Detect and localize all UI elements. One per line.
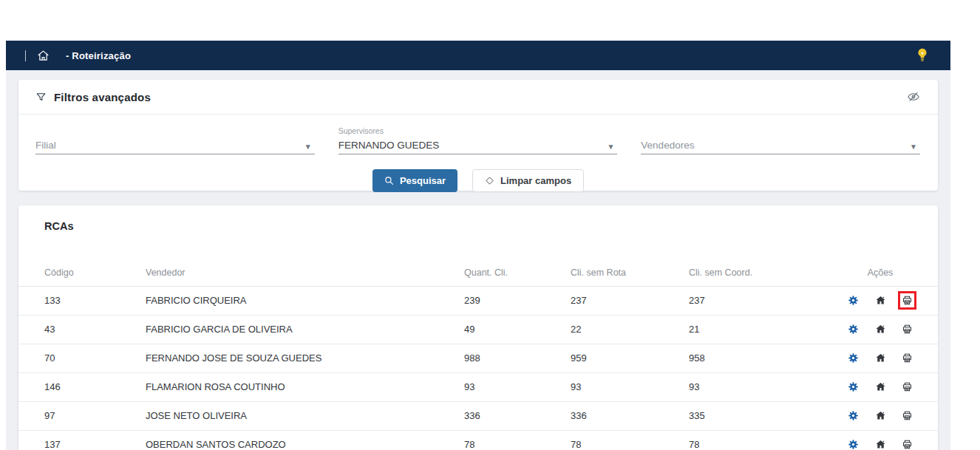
table-row: 137 OBERDAN SANTOS CARDOZO 78 78 78 bbox=[18, 430, 938, 450]
advanced-filters-panel: Filtros avançados Filial ▼ Supervisores … bbox=[18, 80, 938, 191]
cell-codigo: 133 bbox=[18, 286, 146, 315]
printer-button[interactable] bbox=[898, 320, 916, 338]
cell-codigo: 70 bbox=[18, 344, 146, 372]
table-row: 70 FERNANDO JOSE DE SOUZA GUEDES 988 959… bbox=[18, 344, 938, 372]
screenshot-root: - Roteirização Filtros avançados bbox=[0, 0, 980, 450]
eye-off-icon[interactable] bbox=[907, 90, 920, 103]
cell-codigo: 43 bbox=[18, 315, 146, 344]
column-header-cli-sem-rota: Cli. sem Rota bbox=[571, 259, 689, 286]
cell-vendedor: FLAMARION ROSA COUTINHO bbox=[146, 372, 464, 401]
search-button[interactable]: Pesquisar bbox=[372, 169, 457, 192]
cell-vendedor: FABRICIO CIRQUEIRA bbox=[146, 286, 464, 315]
table-row: 43 FABRICIO GARCIA DE OLIVEIRA 49 22 21 bbox=[18, 315, 938, 344]
cell-cli-sem-rota: 237 bbox=[571, 286, 689, 315]
printer-button-highlighted[interactable] bbox=[898, 291, 916, 310]
column-header-acoes: Ações bbox=[839, 259, 938, 286]
filter-fields-row: Filial ▼ Supervisores FERNANDO GUEDES ▼ … bbox=[18, 115, 938, 154]
cell-vendedor: JOSE NETO OLIVEIRA bbox=[146, 401, 464, 430]
cell-cli-sem-rota: 93 bbox=[571, 372, 689, 401]
chevron-down-icon: ▼ bbox=[607, 143, 614, 151]
filters-title: Filtros avançados bbox=[54, 91, 151, 103]
vendedores-placeholder: Vendedores bbox=[641, 140, 694, 151]
rcas-table: Código Vendedor Quant. Cli. Cli. sem Rot… bbox=[18, 259, 938, 450]
cell-cli-sem-coord: 78 bbox=[689, 430, 839, 450]
settings-gear-button[interactable] bbox=[844, 320, 862, 338]
home-button[interactable] bbox=[871, 435, 890, 450]
settings-gear-button[interactable] bbox=[844, 349, 862, 367]
cell-acoes bbox=[839, 401, 938, 430]
breadcrumb: - Roteirização bbox=[66, 50, 131, 61]
cell-acoes bbox=[839, 286, 938, 315]
cell-cli-sem-coord: 21 bbox=[689, 315, 839, 344]
printer-button[interactable] bbox=[898, 378, 916, 396]
table-row: 146 FLAMARION ROSA COUTINHO 93 93 93 bbox=[18, 372, 938, 401]
cell-cli-sem-coord: 237 bbox=[689, 286, 839, 315]
printer-button[interactable] bbox=[898, 435, 916, 450]
cell-quant-cli: 49 bbox=[464, 315, 571, 344]
rcas-table-body: 133 FABRICIO CIRQUEIRA 239 237 237 bbox=[18, 286, 938, 450]
cell-codigo: 137 bbox=[18, 430, 146, 450]
funnel-icon bbox=[35, 92, 47, 103]
cell-cli-sem-coord: 93 bbox=[689, 372, 839, 401]
cell-quant-cli: 78 bbox=[464, 430, 571, 450]
home-button[interactable] bbox=[871, 406, 890, 425]
clear-fields-button[interactable]: Limpar campos bbox=[472, 169, 584, 192]
rcas-panel: RCAs Código Vendedor Quant. Cli. Cli. se… bbox=[18, 205, 938, 450]
printer-button[interactable] bbox=[898, 349, 916, 367]
chevron-down-icon: ▼ bbox=[304, 143, 312, 151]
column-header-cli-sem-coord: Cli. sem Coord. bbox=[689, 259, 839, 286]
search-icon bbox=[384, 176, 394, 185]
cell-acoes bbox=[839, 372, 938, 401]
clear-fields-button-label: Limpar campos bbox=[500, 175, 571, 186]
column-header-codigo: Código bbox=[18, 259, 146, 286]
supervisores-label: Supervisores bbox=[338, 126, 384, 135]
home-icon[interactable] bbox=[37, 50, 50, 62]
cell-acoes bbox=[839, 315, 938, 344]
supervisores-select[interactable]: Supervisores FERNANDO GUEDES ▼ bbox=[338, 125, 618, 154]
cell-cli-sem-coord: 958 bbox=[689, 344, 839, 372]
cell-cli-sem-rota: 78 bbox=[571, 430, 689, 450]
breadcrumb-separator bbox=[25, 50, 26, 61]
rcas-title: RCAs bbox=[44, 220, 938, 232]
filial-placeholder: Filial bbox=[35, 140, 56, 151]
chevron-down-icon: ▼ bbox=[910, 143, 917, 151]
cell-cli-sem-rota: 336 bbox=[571, 401, 689, 430]
cell-codigo: 146 bbox=[18, 372, 146, 401]
settings-gear-button[interactable] bbox=[844, 291, 862, 310]
cell-cli-sem-coord: 335 bbox=[689, 401, 839, 430]
filter-buttons-row: Pesquisar Limpar campos bbox=[18, 169, 938, 192]
cell-quant-cli: 93 bbox=[464, 372, 571, 401]
cell-acoes bbox=[839, 430, 938, 450]
column-header-vendedor: Vendedor bbox=[146, 259, 464, 286]
cell-codigo: 97 bbox=[18, 401, 146, 430]
cell-quant-cli: 239 bbox=[464, 286, 571, 315]
eraser-icon bbox=[485, 176, 494, 185]
table-header-row: Código Vendedor Quant. Cli. Cli. sem Rot… bbox=[18, 259, 938, 286]
settings-gear-button[interactable] bbox=[844, 406, 862, 425]
cell-acoes bbox=[839, 344, 938, 372]
vendedores-select[interactable]: Vendedores ▼ bbox=[641, 125, 920, 154]
cell-vendedor: FABRICIO GARCIA DE OLIVEIRA bbox=[146, 315, 464, 344]
cell-cli-sem-rota: 22 bbox=[571, 315, 689, 344]
settings-gear-button[interactable] bbox=[844, 435, 862, 450]
top-navigation-bar: - Roteirização bbox=[6, 41, 950, 70]
cell-vendedor: OBERDAN SANTOS CARDOZO bbox=[146, 430, 464, 450]
cell-quant-cli: 336 bbox=[464, 401, 571, 430]
column-header-quant-cli: Quant. Cli. bbox=[464, 259, 571, 286]
filial-select[interactable]: Filial ▼ bbox=[35, 125, 315, 154]
app-frame: - Roteirização Filtros avançados bbox=[6, 41, 950, 450]
filters-header: Filtros avançados bbox=[18, 80, 938, 115]
cell-quant-cli: 988 bbox=[464, 344, 571, 372]
cell-vendedor: FERNANDO JOSE DE SOUZA GUEDES bbox=[146, 344, 464, 372]
supervisores-value: FERNANDO GUEDES bbox=[338, 140, 440, 151]
lightbulb-icon[interactable] bbox=[916, 48, 928, 63]
home-button[interactable] bbox=[871, 320, 890, 338]
cell-cli-sem-rota: 959 bbox=[571, 344, 689, 372]
printer-button[interactable] bbox=[898, 406, 916, 425]
home-button[interactable] bbox=[871, 349, 890, 367]
home-button[interactable] bbox=[871, 378, 890, 396]
table-row: 133 FABRICIO CIRQUEIRA 239 237 237 bbox=[18, 286, 938, 315]
table-row: 97 JOSE NETO OLIVEIRA 336 336 335 bbox=[18, 401, 938, 430]
home-button[interactable] bbox=[871, 291, 890, 310]
settings-gear-button[interactable] bbox=[844, 378, 862, 396]
